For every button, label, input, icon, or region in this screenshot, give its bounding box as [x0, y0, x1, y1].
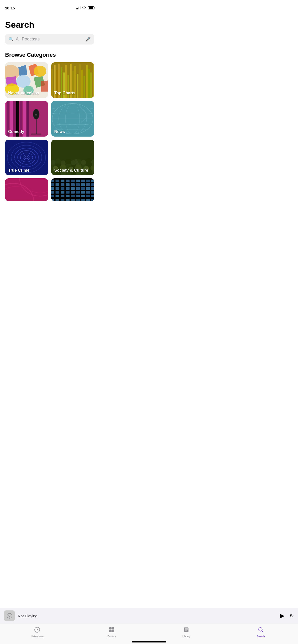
wifi-icon	[82, 6, 86, 9]
svg-rect-130	[56, 199, 59, 201]
microphone-icon[interactable]: 🎤	[85, 36, 91, 42]
category-business[interactable]	[51, 178, 94, 201]
svg-rect-113	[61, 191, 64, 194]
svg-rect-89	[76, 180, 80, 182]
category-bg-business	[51, 178, 94, 201]
svg-rect-120	[51, 195, 54, 197]
svg-rect-121	[56, 195, 59, 197]
svg-rect-26	[93, 64, 94, 98]
svg-rect-36	[26, 101, 29, 137]
svg-rect-8	[51, 69, 53, 98]
search-icon: 🔍	[9, 37, 14, 42]
svg-rect-115	[71, 191, 75, 194]
svg-rect-119	[91, 191, 94, 194]
category-true-crime[interactable]: True Crime	[5, 140, 48, 175]
svg-rect-24	[88, 69, 90, 98]
svg-rect-137	[91, 199, 94, 201]
svg-rect-96	[66, 183, 70, 186]
category-comedy[interactable]: Comedy	[5, 101, 48, 137]
svg-rect-19	[77, 74, 78, 98]
browse-categories-title: Browse Categories	[5, 52, 94, 58]
category-true-crime-label: True Crime	[8, 168, 30, 173]
svg-rect-108	[81, 187, 85, 190]
svg-rect-112	[56, 191, 59, 194]
svg-rect-106	[71, 187, 75, 190]
svg-rect-107	[76, 187, 80, 190]
category-sports[interactable]	[5, 178, 48, 201]
svg-rect-116	[76, 191, 80, 194]
svg-rect-86	[61, 180, 64, 182]
svg-rect-129	[51, 199, 54, 201]
svg-rect-101	[91, 183, 94, 186]
svg-rect-22	[84, 76, 85, 98]
svg-point-2	[34, 66, 46, 77]
svg-rect-90	[81, 180, 85, 182]
svg-rect-99	[81, 183, 85, 186]
svg-rect-98	[76, 183, 80, 186]
svg-rect-94	[56, 183, 59, 186]
svg-rect-118	[86, 191, 90, 194]
svg-rect-40	[35, 114, 37, 115]
svg-rect-134	[76, 199, 80, 201]
category-top-charts-label: Top Charts	[54, 91, 75, 95]
status-icons	[76, 6, 94, 9]
category-comedy-label: Comedy	[8, 129, 24, 134]
svg-rect-84	[51, 180, 54, 182]
signal-icon	[76, 6, 80, 9]
category-society-culture[interactable]: Society & Culture	[51, 140, 94, 175]
svg-rect-102	[51, 187, 54, 190]
category-never-voiceless[interactable]: Never Voiceless	[5, 62, 48, 98]
category-bg-sports	[5, 178, 48, 201]
svg-rect-104	[61, 187, 64, 190]
category-society-culture-label: Society & Culture	[54, 168, 88, 173]
svg-rect-111	[51, 191, 54, 194]
svg-rect-128	[91, 195, 94, 197]
svg-rect-105	[66, 187, 70, 190]
svg-rect-117	[81, 191, 85, 194]
search-placeholder: All Podcasts	[16, 37, 83, 42]
svg-rect-91	[86, 180, 90, 182]
page-title: Search	[5, 20, 94, 30]
svg-rect-29	[5, 101, 6, 137]
svg-rect-110	[91, 187, 94, 190]
svg-rect-125	[76, 195, 80, 197]
categories-grid: Never Voiceless	[5, 62, 94, 201]
svg-rect-95	[61, 183, 64, 186]
status-time: 10:15	[5, 6, 15, 10]
svg-rect-109	[86, 187, 90, 190]
main-content: Search 🔍 All Podcasts 🎤 Browse Categorie…	[0, 12, 99, 201]
svg-rect-127	[86, 195, 90, 197]
svg-rect-23	[86, 65, 88, 98]
svg-point-58	[65, 159, 71, 165]
svg-rect-122	[61, 195, 64, 197]
svg-rect-123	[66, 195, 70, 197]
category-news-label: News	[54, 129, 65, 134]
svg-rect-114	[66, 191, 70, 194]
category-top-charts[interactable]: Top Charts	[51, 62, 94, 98]
svg-rect-93	[51, 183, 54, 186]
svg-rect-20	[79, 64, 81, 98]
svg-rect-100	[86, 183, 90, 186]
svg-rect-103	[56, 187, 59, 190]
svg-rect-124	[71, 195, 75, 197]
search-bar[interactable]: 🔍 All Podcasts 🎤	[5, 34, 94, 45]
svg-rect-135	[81, 199, 85, 201]
category-news[interactable]: News	[51, 101, 94, 137]
svg-point-59	[71, 160, 76, 165]
battery-icon	[88, 6, 94, 9]
category-never-voiceless-label: Never Voiceless	[8, 91, 39, 95]
svg-rect-88	[71, 180, 75, 182]
status-bar: 10:15	[0, 0, 99, 12]
svg-rect-85	[56, 180, 59, 182]
svg-rect-21	[81, 70, 83, 98]
svg-rect-136	[86, 199, 90, 201]
svg-rect-131	[61, 199, 64, 201]
svg-point-56	[55, 158, 61, 164]
svg-rect-92	[91, 180, 94, 182]
svg-rect-132	[66, 199, 70, 201]
svg-point-61	[81, 160, 86, 165]
svg-rect-97	[71, 183, 75, 186]
svg-rect-133	[71, 199, 75, 201]
svg-rect-25	[90, 72, 92, 98]
svg-rect-87	[66, 180, 70, 182]
